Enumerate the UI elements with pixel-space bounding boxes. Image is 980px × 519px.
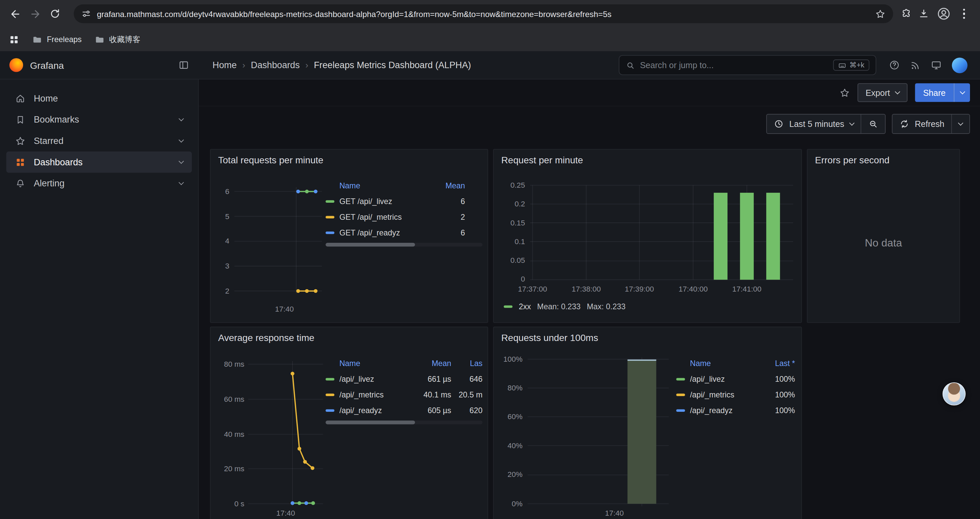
export-button[interactable]: Export bbox=[858, 83, 908, 102]
share-dropdown-button[interactable] bbox=[954, 83, 970, 102]
browser-profile-button[interactable] bbox=[935, 6, 951, 22]
time-range-picker[interactable]: Last 5 minutes bbox=[767, 115, 861, 133]
series-name[interactable]: GET /api/_readyz bbox=[339, 228, 431, 237]
scrollbar-thumb[interactable] bbox=[326, 420, 415, 424]
search-box[interactable]: ⌘+k bbox=[619, 55, 876, 75]
favorite-dashboard-button[interactable] bbox=[839, 87, 850, 98]
site-info-icon[interactable] bbox=[81, 9, 91, 19]
help-icon[interactable] bbox=[889, 59, 900, 71]
legend-header-name[interactable]: Name bbox=[339, 181, 431, 190]
share-button[interactable]: Share bbox=[915, 83, 954, 102]
panel-title[interactable]: Average response time bbox=[218, 332, 315, 343]
panel-title[interactable]: Errors per second bbox=[815, 155, 889, 165]
chevron-down-icon[interactable] bbox=[178, 137, 184, 143]
legend-row[interactable]: /api/_livez 100% bbox=[676, 371, 795, 387]
bookmark-star-icon[interactable] bbox=[875, 8, 885, 19]
y-tick: 6 bbox=[213, 187, 229, 196]
series-color-swatch bbox=[326, 409, 334, 411]
chevron-down-icon[interactable] bbox=[178, 159, 184, 164]
bar-chart[interactable] bbox=[530, 184, 795, 281]
legend-row[interactable]: GET /api/_metrics 2 bbox=[326, 209, 482, 225]
monitor-icon[interactable] bbox=[931, 59, 942, 71]
search-shortcut: ⌘+k bbox=[833, 59, 870, 71]
series-name[interactable]: GET /api/_metrics bbox=[339, 212, 431, 221]
reload-button[interactable] bbox=[45, 4, 65, 24]
refresh-button[interactable]: Refresh bbox=[892, 115, 951, 133]
sidebar-item-bookmarks[interactable]: Bookmarks bbox=[6, 109, 192, 130]
collapse-sidebar-button[interactable] bbox=[178, 59, 189, 71]
sidebar-item-label: Bookmarks bbox=[34, 115, 79, 125]
legend-header-mean[interactable]: Mean bbox=[436, 181, 465, 190]
back-button[interactable] bbox=[5, 4, 25, 24]
chevron-down-icon[interactable] bbox=[178, 116, 184, 121]
time-range-label: Last 5 minutes bbox=[789, 119, 844, 129]
y-tick: 3 bbox=[213, 262, 229, 270]
y-tick: 60% bbox=[494, 412, 522, 421]
sidebar-item-dashboards[interactable]: Dashboards bbox=[6, 151, 192, 172]
line-chart[interactable] bbox=[233, 186, 323, 298]
series-last: 100% bbox=[760, 406, 795, 414]
series-name[interactable]: /api/_livez bbox=[690, 374, 755, 383]
url-bar[interactable]: grafana.mathmast.com/d/deytv4rwavabkb/fr… bbox=[74, 4, 893, 23]
series-name[interactable]: /api/_readyz bbox=[690, 406, 755, 414]
apps-grid-icon[interactable] bbox=[9, 34, 19, 45]
search-input[interactable] bbox=[640, 61, 828, 70]
legend-header-name[interactable]: Name bbox=[690, 359, 755, 368]
series-color-swatch bbox=[326, 231, 334, 233]
sidebar-item-label: Home bbox=[34, 93, 58, 103]
series-mean: 661 µs bbox=[418, 374, 451, 383]
legend-row[interactable]: /api/_readyz 100% bbox=[676, 402, 795, 418]
panel-request-per-minute: Request per minute 0.25 0.2 0.15 0.1 0.0… bbox=[493, 149, 802, 323]
url-text[interactable]: grafana.mathmast.com/d/deytv4rwavabkb/fr… bbox=[97, 9, 869, 18]
rss-icon[interactable] bbox=[910, 60, 921, 70]
legend-row[interactable]: /api/_metrics 100% bbox=[676, 387, 795, 402]
extensions-icon[interactable] bbox=[900, 8, 912, 19]
line-chart[interactable] bbox=[248, 359, 323, 509]
series-name[interactable]: 2xx bbox=[519, 302, 531, 311]
series-name[interactable]: /api/_readyz bbox=[339, 406, 414, 414]
panel-title[interactable]: Request per minute bbox=[501, 155, 583, 165]
series-name[interactable]: /api/_metrics bbox=[339, 390, 414, 399]
dashboards-grid-icon bbox=[15, 156, 26, 167]
grafana-logo[interactable] bbox=[10, 58, 23, 72]
sidebar-item-alerting[interactable]: Alerting bbox=[6, 172, 192, 194]
legend-header-mean[interactable]: Mean bbox=[418, 359, 451, 368]
download-icon[interactable] bbox=[918, 8, 929, 19]
chevron-down-icon[interactable] bbox=[178, 180, 184, 185]
browser-menu-button[interactable] bbox=[958, 6, 970, 21]
zoom-out-button[interactable] bbox=[861, 115, 885, 133]
user-avatar[interactable] bbox=[952, 57, 968, 73]
series-name[interactable]: GET /api/_livez bbox=[339, 197, 431, 205]
bookmark-folder-blogs[interactable]: 收藏博客 bbox=[94, 34, 140, 45]
legend-scrollbar[interactable] bbox=[326, 243, 482, 246]
legend-row[interactable]: /api/_livez 661 µs 646 bbox=[326, 371, 482, 387]
panel-title[interactable]: Total requests per minute bbox=[218, 155, 323, 165]
y-tick: 0 s bbox=[212, 499, 244, 508]
no-data-message: No data bbox=[808, 237, 959, 249]
breadcrumb-home[interactable]: Home bbox=[213, 60, 237, 70]
legend[interactable]: 2xx Mean: 0.233 Max: 0.233 bbox=[504, 302, 625, 311]
legend-table: Name Last * /api/_livez 100% /api/_metri… bbox=[676, 356, 795, 418]
bookmark-folder-freeleaps[interactable]: Freeleaps bbox=[32, 34, 82, 45]
floating-avatar-button[interactable] bbox=[943, 382, 966, 406]
legend-scrollbar[interactable] bbox=[326, 420, 482, 424]
legend-header-last[interactable]: Las bbox=[456, 359, 483, 368]
legend-header-name[interactable]: Name bbox=[339, 359, 414, 368]
breadcrumb-dashboards[interactable]: Dashboards bbox=[251, 60, 300, 70]
legend-header-last[interactable]: Last * bbox=[760, 359, 795, 368]
scrollbar-thumb[interactable] bbox=[326, 243, 415, 246]
legend-row[interactable]: GET /api/_readyz 6 bbox=[326, 225, 482, 241]
legend-row[interactable]: /api/_readyz 605 µs 620 bbox=[326, 402, 482, 418]
refresh-interval-dropdown[interactable] bbox=[952, 115, 969, 133]
y-tick: 20% bbox=[494, 470, 522, 479]
series-name[interactable]: /api/_livez bbox=[339, 374, 414, 383]
sidebar-item-starred[interactable]: Starred bbox=[6, 130, 192, 152]
legend-row[interactable]: GET /api/_livez 6 bbox=[326, 193, 482, 209]
panel-title[interactable]: Requests under 100ms bbox=[501, 332, 598, 343]
sidebar-item-home[interactable]: Home bbox=[6, 88, 192, 109]
legend-row[interactable]: /api/_metrics 40.1 ms 20.5 m bbox=[326, 387, 482, 402]
panel-average-response-time: Average response time 80 ms 60 ms 40 ms … bbox=[210, 327, 488, 519]
bar-chart[interactable] bbox=[527, 355, 668, 508]
forward-button[interactable] bbox=[25, 4, 45, 24]
series-name[interactable]: /api/_metrics bbox=[690, 390, 755, 399]
